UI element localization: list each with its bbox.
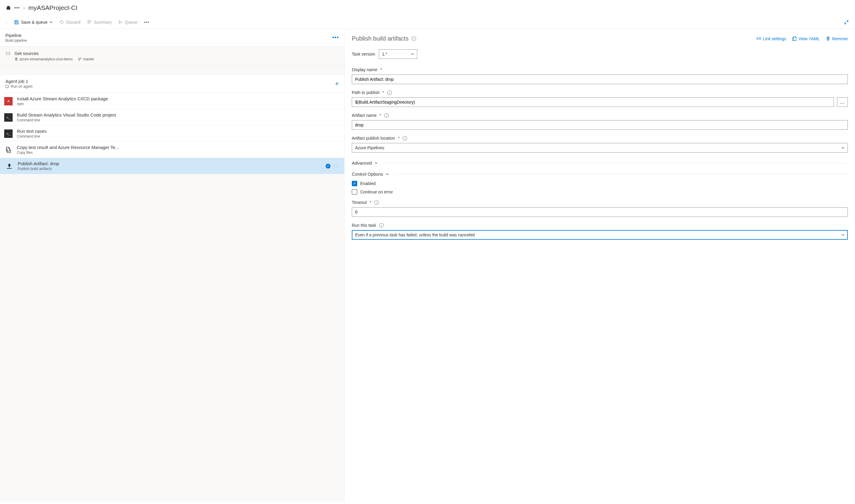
link-settings-button[interactable]: Link settings xyxy=(756,36,786,41)
info-icon[interactable]: i xyxy=(379,223,384,228)
path-label: Path to publish xyxy=(352,90,380,95)
repo-icon xyxy=(14,57,18,61)
remove-button[interactable]: Remove xyxy=(826,36,848,41)
copy-icon xyxy=(4,146,13,154)
task-item-copy[interactable]: Copy test result and Azure Resource Mana… xyxy=(0,142,344,158)
agent-icon xyxy=(5,85,9,88)
upload-icon xyxy=(5,162,14,170)
npm-icon: n xyxy=(4,97,13,105)
task-version-label: Task version xyxy=(352,52,375,56)
toolbar: Save & queue Discard Summary Queue ••• xyxy=(0,16,855,29)
details-title: Publish build artifacts xyxy=(352,35,409,42)
task-item-test[interactable]: >_ Run test cases Command line xyxy=(0,126,344,142)
continue-label: Continue on error xyxy=(360,190,393,194)
run-task-label: Run this task xyxy=(352,223,376,228)
breadcrumb-more-icon[interactable]: ••• xyxy=(14,5,20,10)
info-icon[interactable]: i xyxy=(387,90,392,95)
add-task-button[interactable]: + xyxy=(335,80,339,88)
chevron-right-icon: › xyxy=(23,5,25,10)
check-icon xyxy=(326,164,331,168)
project-icon[interactable] xyxy=(6,5,11,10)
enabled-checkbox[interactable] xyxy=(352,181,357,186)
svg-rect-3 xyxy=(6,85,9,87)
task-item-build[interactable]: >_ Build Stream Analytics Visual Studio … xyxy=(0,109,344,126)
queue-button[interactable]: Queue xyxy=(118,19,137,26)
info-icon[interactable]: i xyxy=(403,136,407,141)
summary-button[interactable]: Summary xyxy=(87,19,112,26)
task-version-select[interactable]: 1.* xyxy=(379,49,417,59)
info-icon[interactable]: i xyxy=(384,113,389,118)
save-queue-button[interactable]: Save & queue xyxy=(14,19,53,26)
enabled-label: Enabled xyxy=(360,181,375,186)
display-name-label: Display name xyxy=(352,67,377,72)
svg-point-0 xyxy=(78,58,79,59)
page-title: myASAProject-CI xyxy=(28,4,77,12)
pipeline-tree: Pipeline Build pipeline ••• Get sources … xyxy=(0,29,344,502)
pipeline-more-icon[interactable]: ••• xyxy=(332,35,339,41)
svg-point-2 xyxy=(80,58,81,59)
agent-job-row[interactable]: Agent job 1 Run on agent + xyxy=(0,74,344,93)
publish-location-label: Artifact publish location xyxy=(352,136,395,141)
task-item-npm[interactable]: n Install Azure Stream Analytics CI/CD p… xyxy=(0,93,344,109)
breadcrumb: ••• › myASAProject-CI xyxy=(0,0,855,16)
cli-icon: >_ xyxy=(4,129,13,138)
chevron-up-icon xyxy=(386,173,389,176)
timeout-input[interactable] xyxy=(352,207,848,217)
task-details: Publish build artifacts i Link settings … xyxy=(344,29,855,502)
artifact-name-label: Artifact name xyxy=(352,113,376,118)
sources-icon xyxy=(5,51,11,56)
cli-icon: >_ xyxy=(4,113,13,122)
publish-location-select[interactable]: Azure Pipelines xyxy=(352,143,848,152)
view-yaml-button[interactable]: View YAML xyxy=(792,36,820,41)
continue-checkbox[interactable] xyxy=(352,189,357,195)
control-options-section[interactable]: Control Options xyxy=(352,170,848,177)
discard-button[interactable]: Discard xyxy=(59,19,80,26)
info-icon[interactable]: i xyxy=(374,200,379,205)
chevron-down-icon xyxy=(50,21,53,24)
svg-point-1 xyxy=(78,60,79,61)
task-item-publish[interactable]: Publish Artifact: drop Publish build art… xyxy=(0,158,344,174)
display-name-input[interactable] xyxy=(352,74,848,84)
info-icon[interactable]: i xyxy=(412,36,416,41)
chevron-down-icon xyxy=(374,161,378,165)
branch-icon xyxy=(78,57,82,61)
get-sources-row[interactable]: Get sources azure-streamanalytics-cicd-d… xyxy=(0,47,344,66)
browse-button[interactable]: … xyxy=(837,97,848,107)
drag-handle-icon[interactable]: ⋮⋮ xyxy=(333,165,339,166)
run-task-select[interactable]: Even if a previous task has failed, unle… xyxy=(352,230,848,240)
collapse-icon[interactable] xyxy=(843,19,849,25)
timeout-label: Timeout xyxy=(352,200,367,205)
pipeline-header[interactable]: Pipeline Build pipeline ••• xyxy=(0,29,344,47)
path-input[interactable] xyxy=(352,97,834,107)
toolbar-more-icon[interactable]: ••• xyxy=(144,20,149,25)
artifact-name-input[interactable] xyxy=(352,120,848,130)
advanced-section[interactable]: Advanced xyxy=(352,159,848,165)
